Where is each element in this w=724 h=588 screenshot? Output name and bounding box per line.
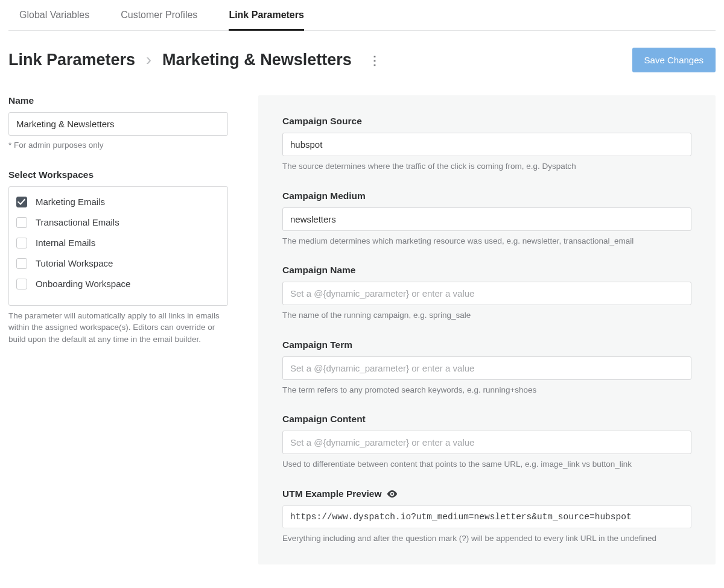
- utm-preview-label: UTM Example Preview: [282, 488, 691, 499]
- campaign-source-label: Campaign Source: [282, 116, 691, 127]
- campaign-source-input[interactable]: [282, 133, 691, 156]
- save-changes-button[interactable]: Save Changes: [632, 48, 716, 72]
- eye-icon: [387, 490, 398, 498]
- tab-global-variables[interactable]: Global Variables: [19, 0, 89, 30]
- breadcrumb-root[interactable]: Link Parameters: [8, 51, 135, 69]
- workspaces-hint: The parameter will automatically apply t…: [8, 310, 228, 346]
- campaign-source-hint: The source determines where the traffic …: [282, 160, 691, 172]
- campaign-medium-hint: The medium determines which marketing re…: [282, 235, 691, 247]
- breadcrumb: Link Parameters › Marketing & Newsletter…: [8, 51, 632, 69]
- workspace-item-label: Transactional Emails: [36, 217, 119, 227]
- name-label: Name: [8, 95, 228, 106]
- campaign-medium-input[interactable]: [282, 207, 691, 231]
- tab-link-parameters[interactable]: Link Parameters: [229, 0, 304, 31]
- campaign-term-input[interactable]: [282, 356, 691, 380]
- workspace-item[interactable]: Transactional Emails: [13, 212, 224, 233]
- page-header: Link Parameters › Marketing & Newsletter…: [8, 31, 716, 81]
- campaign-medium-label: Campaign Medium: [282, 191, 691, 201]
- workspace-item-label: Onboarding Workspace: [36, 279, 130, 289]
- workspace-item-label: Internal Emails: [36, 238, 95, 248]
- name-input[interactable]: [8, 112, 228, 136]
- kebab-menu-icon[interactable]: ⋮: [363, 52, 386, 69]
- campaign-term-label: Campaign Term: [282, 340, 691, 350]
- breadcrumb-current: Marketing & Newsletters: [162, 51, 352, 69]
- utm-preview-hint: Everything including and after the quest…: [282, 533, 691, 545]
- workspace-item-label: Tutorial Workspace: [36, 258, 113, 268]
- utm-preview-output: https://www.dyspatch.io?utm_medium=newsl…: [282, 505, 691, 528]
- workspaces-label: Select Workspaces: [8, 169, 228, 180]
- workspaces-list[interactable]: Marketing Emails Transactional Emails In…: [8, 186, 228, 306]
- campaign-content-hint: Used to differentiate between content th…: [282, 458, 691, 470]
- chevron-right-icon: ›: [146, 51, 151, 69]
- workspace-item[interactable]: Onboarding Workspace: [13, 274, 224, 294]
- workspace-item[interactable]: Internal Emails: [13, 233, 224, 253]
- parameters-panel: Campaign Source The source determines wh…: [258, 95, 716, 564]
- tabs-bar: Global Variables Customer Profiles Link …: [8, 0, 716, 31]
- name-hint: * For admin purposes only: [8, 139, 228, 151]
- campaign-term-hint: The term refers to any promoted search k…: [282, 384, 691, 396]
- campaign-content-input[interactable]: [282, 431, 691, 454]
- campaign-name-label: Campaign Name: [282, 265, 691, 276]
- svg-point-0: [391, 493, 393, 495]
- checkbox-icon[interactable]: [16, 217, 27, 228]
- utm-preview-label-text: UTM Example Preview: [282, 488, 382, 499]
- tab-customer-profiles[interactable]: Customer Profiles: [121, 0, 197, 30]
- workspace-item[interactable]: Tutorial Workspace: [13, 253, 224, 274]
- workspace-item[interactable]: Marketing Emails: [13, 192, 224, 212]
- checkbox-icon[interactable]: [16, 197, 27, 207]
- workspace-item-label: Marketing Emails: [36, 197, 105, 207]
- campaign-name-hint: The name of the running campaign, e.g. s…: [282, 309, 691, 321]
- campaign-content-label: Campaign Content: [282, 414, 691, 425]
- campaign-name-input[interactable]: [282, 282, 691, 305]
- checkbox-icon[interactable]: [16, 238, 27, 248]
- checkbox-icon[interactable]: [16, 258, 27, 269]
- checkbox-icon[interactable]: [16, 279, 27, 289]
